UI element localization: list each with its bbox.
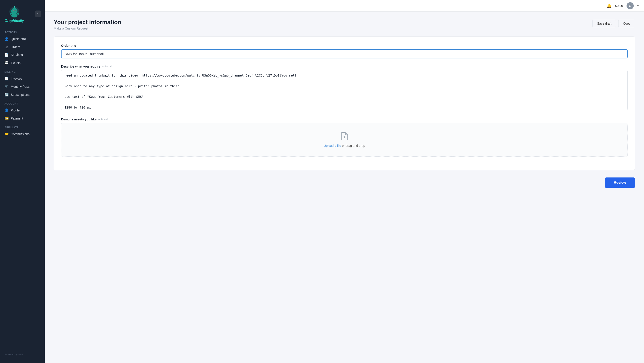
review-button[interactable]: Review bbox=[605, 178, 635, 188]
page-subtitle: Make a Custom Request bbox=[54, 27, 121, 30]
svg-point-7 bbox=[14, 6, 15, 7]
assets-group: Designs assets you like optional Upload … bbox=[61, 118, 628, 157]
services-icon: 📄 bbox=[4, 53, 8, 57]
sidebar-item-payment[interactable]: 💳 Payment bbox=[0, 114, 45, 122]
sidebar-logo: Graphically ← bbox=[0, 0, 45, 27]
sidebar-item-label: Services bbox=[11, 53, 23, 56]
quick-intro-icon: 👤 bbox=[4, 37, 8, 41]
content-area: Your project information Make a Custom R… bbox=[45, 12, 644, 363]
sidebar-item-label: Quick Intro bbox=[11, 37, 26, 41]
sidebar-item-commissions[interactable]: 🤝 Commissions bbox=[0, 130, 45, 138]
copy-button[interactable]: Copy bbox=[618, 20, 635, 27]
sidebar-item-quick-intro[interactable]: 👤 Quick Intro bbox=[0, 35, 45, 43]
orders-icon: 🖨 bbox=[4, 45, 8, 49]
upload-link[interactable]: Upload a file bbox=[324, 144, 341, 148]
sidebar-item-subscriptions[interactable]: 🔄 Subscriptions bbox=[0, 91, 45, 99]
svg-point-4 bbox=[13, 10, 14, 11]
sidebar-item-monthly-pass[interactable]: 🛒 Monthly Pass bbox=[0, 82, 45, 91]
section-label-billing: Billing bbox=[0, 67, 45, 74]
chevron-down-icon[interactable]: ▾ bbox=[637, 4, 639, 8]
sidebar-item-label: Monthly Pass bbox=[11, 85, 30, 88]
balance-display: $0.00 bbox=[615, 4, 623, 8]
section-label-affiliate: Affiliate bbox=[0, 122, 45, 130]
sidebar-item-orders[interactable]: 🖨 Orders bbox=[0, 43, 45, 51]
sidebar-item-label: Tickets bbox=[11, 61, 20, 65]
assets-optional: optional bbox=[98, 118, 108, 121]
tickets-icon: 💬 bbox=[4, 61, 8, 65]
page-title: Your project information bbox=[54, 19, 121, 26]
sidebar-item-invoices[interactable]: 📄 Invoices bbox=[0, 74, 45, 82]
order-title-group: Order title bbox=[61, 44, 628, 58]
sidebar-item-label: Commissions bbox=[11, 132, 30, 136]
description-textarea[interactable]: need an updated thumbail for this video:… bbox=[61, 70, 628, 110]
svg-point-1 bbox=[11, 8, 18, 14]
svg-point-2 bbox=[12, 10, 14, 12]
payment-icon: 💳 bbox=[4, 116, 8, 120]
sidebar-item-profile[interactable]: 👤 Profile bbox=[0, 106, 45, 114]
logo-icon bbox=[8, 5, 21, 19]
invoices-icon: 📄 bbox=[4, 76, 8, 80]
logo-text: Graphically bbox=[4, 19, 24, 23]
sidebar-item-label: Invoices bbox=[11, 77, 22, 80]
assets-label: Designs assets you like optional bbox=[61, 118, 628, 121]
sidebar-item-label: Subscriptions bbox=[11, 93, 30, 96]
powered-by: Powered by SPP bbox=[0, 350, 45, 360]
page-header: Your project information Make a Custom R… bbox=[54, 19, 635, 30]
sidebar-section-account: Account 👤 Profile 💳 Payment bbox=[0, 99, 45, 122]
sidebar-section-activity: Activity 👤 Quick Intro 🖨 Orders 📄 Servic… bbox=[0, 27, 45, 67]
section-label-activity: Activity bbox=[0, 27, 45, 35]
back-button[interactable]: ← bbox=[35, 10, 41, 17]
svg-point-5 bbox=[15, 10, 16, 11]
sidebar: Graphically ← Activity 👤 Quick Intro 🖨 O… bbox=[0, 0, 45, 363]
sidebar-item-label: Payment bbox=[11, 116, 23, 120]
header-actions: Save draft Copy bbox=[592, 19, 635, 27]
upload-text: Upload a file or drag and drop bbox=[324, 144, 365, 148]
section-label-account: Account bbox=[0, 99, 45, 106]
description-group: Describe what you require optional need … bbox=[61, 65, 628, 111]
topbar: 🔔 $0.00 G ▾ bbox=[45, 0, 644, 12]
sidebar-item-label: Orders bbox=[11, 45, 20, 49]
sidebar-item-tickets[interactable]: 💬 Tickets bbox=[0, 59, 45, 67]
sidebar-section-affiliate: Affiliate 🤝 Commissions bbox=[0, 122, 45, 138]
sidebar-item-services[interactable]: 📄 Services bbox=[0, 51, 45, 59]
sidebar-section-billing: Billing 📄 Invoices 🛒 Monthly Pass 🔄 Subs… bbox=[0, 67, 45, 99]
form-card: Order title Describe what you require op… bbox=[54, 36, 635, 170]
logo-container: Graphically bbox=[4, 5, 24, 23]
order-title-label: Order title bbox=[61, 44, 628, 48]
monthly-pass-icon: 🛒 bbox=[4, 84, 8, 88]
main-area: 🔔 $0.00 G ▾ Your project information Mak… bbox=[45, 0, 644, 363]
bell-icon[interactable]: 🔔 bbox=[606, 3, 612, 8]
upload-file-icon bbox=[341, 132, 348, 142]
sidebar-item-label: Profile bbox=[11, 108, 20, 112]
commissions-icon: 🤝 bbox=[4, 132, 8, 136]
description-label: Describe what you require optional bbox=[61, 65, 628, 68]
svg-point-8 bbox=[11, 14, 18, 18]
order-title-input[interactable] bbox=[61, 49, 628, 58]
description-optional: optional bbox=[102, 65, 112, 68]
subscriptions-icon: 🔄 bbox=[4, 93, 8, 97]
svg-point-3 bbox=[15, 10, 16, 12]
upload-area[interactable]: Upload a file or drag and drop bbox=[61, 123, 628, 157]
page-title-block: Your project information Make a Custom R… bbox=[54, 19, 121, 30]
avatar[interactable]: G bbox=[626, 2, 634, 10]
save-draft-button[interactable]: Save draft bbox=[592, 20, 616, 27]
upload-suffix: or drag and drop bbox=[341, 144, 365, 148]
profile-icon: 👤 bbox=[4, 108, 8, 112]
